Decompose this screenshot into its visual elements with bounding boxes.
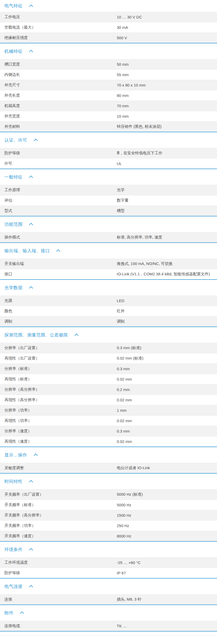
row-value: 8000 Hz (117, 534, 217, 538)
section-header[interactable]: 附件 (0, 605, 217, 621)
chevron-up-icon[interactable] (29, 50, 33, 54)
row-label: 接口 (0, 272, 117, 277)
table-row: 绝缘耐压强度 500 V (0, 32, 217, 43)
section-header[interactable]: 输出端、输入端、接口 (0, 243, 217, 258)
row-label: 分辨率（功率） (0, 408, 117, 413)
table-row: 防护等级 IP 67 (0, 568, 217, 578)
chevron-up-icon[interactable] (20, 612, 24, 616)
row-label: 再现性（标准） (0, 377, 117, 382)
section-title: 显示，操作 (4, 452, 27, 458)
row-label: 调制 (0, 319, 117, 324)
row-label: 外壳宽度 (0, 114, 117, 119)
row-value: 电位计或者 IO-Link (117, 466, 217, 470)
chevron-up-icon[interactable] (29, 223, 33, 227)
section-header[interactable]: 认证、许可 (0, 132, 217, 148)
row-label: 光源 (0, 298, 117, 303)
row-value: -25 … +60 °C (117, 560, 217, 565)
table-row: 工作环境温度 -25 … +60 °C (0, 557, 217, 568)
section-rows: 连接 插头, M8, 3 针 (0, 594, 217, 605)
row-value: 500 V (117, 36, 217, 40)
row-value: 调制 (117, 319, 217, 324)
row-label: 开关频率（高分辨率） (0, 513, 117, 518)
section-title: 机械特征 (4, 48, 23, 54)
row-label: 分辨率（高分辨率） (0, 387, 117, 392)
chevron-up-icon[interactable] (56, 249, 60, 254)
row-value: 0.3 mm (117, 429, 217, 433)
chevron-up-icon[interactable] (29, 480, 33, 484)
row-label: 型式 (0, 208, 117, 213)
row-value: IO-Link (V1.1，COM2 38.4 kBd, 智能传感器配置文件) (117, 272, 217, 277)
section-title: 环境条件 (4, 547, 23, 553)
row-label: 再现性（功率） (0, 418, 117, 423)
row-value: 70 x 80 x 10 mm (117, 83, 217, 87)
chevron-up-icon[interactable] (29, 176, 33, 180)
row-label: 再现性（高分辨率） (0, 397, 117, 402)
row-value: LED (117, 298, 217, 303)
row-value: 10 … 30 V DC (117, 15, 217, 19)
table-row: 分辨率（标准） 0.3 mm (0, 363, 217, 374)
section-header[interactable]: 电气特征 (0, 0, 217, 12)
chevron-up-icon[interactable] (33, 454, 38, 458)
row-value: 250 Hz (117, 523, 217, 528)
row-value: 1500 Hz (117, 513, 217, 517)
table-row: 操作模式 标准, 高分辨率, 功率, 速度 (0, 232, 217, 242)
section-header[interactable]: 光学数据 (0, 280, 217, 295)
section-header[interactable]: 机械特征 (0, 43, 217, 59)
section-header[interactable]: 环境条件 (0, 542, 217, 557)
row-value: Ⅲ，在安全特低电压下工作 (117, 151, 217, 156)
spec-section: 显示，操作 灵敏度调整 电位计或者 IO-Link (0, 447, 217, 474)
chevron-up-icon[interactable] (74, 334, 79, 338)
spec-section: 附件 连接电缆 TK … (0, 605, 217, 632)
bottom-divider (0, 635, 217, 636)
table-row: 工作原理 光学 (0, 185, 217, 195)
row-label: 再现性（速度） (0, 439, 117, 444)
spec-section: 探测范围、测量范围、公差极限 分辨率（出厂设置） 0.3 mm (标准) 再现性… (0, 327, 217, 447)
row-label: 连接 (0, 597, 117, 602)
section-rows: 操作模式 标准, 高分辨率, 功率, 速度 (0, 232, 217, 242)
chevron-up-icon[interactable] (29, 548, 33, 552)
section-header[interactable]: 电气连接 (0, 579, 217, 594)
table-row: 开关频率（标准） 5000 Hz (0, 500, 217, 510)
row-label: 空载电流（最大） (0, 25, 117, 30)
section-header[interactable]: 探测范围、测量范围、公差极限 (0, 327, 217, 343)
chevron-up-icon[interactable] (29, 585, 33, 589)
row-value: TK … (117, 624, 217, 628)
section-header[interactable]: 功能范围 (0, 216, 217, 232)
row-value: 5000 Hz (117, 503, 217, 507)
table-row: 连接 插头, M8, 3 针 (0, 594, 217, 605)
spec-section: 电气连接 连接 插头, M8, 3 针 (0, 579, 217, 605)
row-value: 标准, 高分辨率, 功率, 速度 (117, 235, 217, 240)
table-row: 颜色 红外 (0, 306, 217, 316)
section-rows: 工作电压 10 … 30 V DC 空载电流（最大） 30 mA 绝缘耐压强度 … (0, 12, 217, 43)
row-value: 槽型 (117, 208, 217, 213)
row-value: 80 mm (117, 93, 217, 98)
section-title: 电气特征 (4, 3, 23, 9)
row-value: 推挽式, 100 mA, NO/NC, 可切换 (117, 261, 217, 266)
table-row: 光源 LED (0, 295, 217, 306)
row-value: 0.02 mm (117, 377, 217, 381)
section-title: 探测范围、测量范围、公差极限 (4, 332, 68, 338)
table-row: 内侧边长 55 mm (0, 69, 217, 80)
table-row: 再现性（出厂设置） 0.02 mm (标准) (0, 353, 217, 363)
section-title: 认证、许可 (4, 137, 27, 143)
table-row: 开关频率（出厂设置） 5000 Hz (标准) (0, 489, 217, 500)
row-label: 开关频率（功率） (0, 523, 117, 528)
chevron-up-icon[interactable] (29, 4, 33, 9)
spec-section: 一般特征 工作原理 光学 评估 数字量 型式 槽型 (0, 169, 217, 216)
chevron-up-icon[interactable] (29, 286, 33, 290)
section-header[interactable]: 时间特性 (0, 474, 217, 489)
section-rows: 光源 LED 颜色 红外 调制 调制 (0, 295, 217, 327)
table-row: 防护等级 Ⅲ，在安全特低电压下工作 (0, 148, 217, 158)
section-title: 附件 (4, 610, 13, 616)
section-title: 输出端、输入端、接口 (4, 248, 50, 254)
section-rows: 连接电缆 TK … (0, 621, 217, 631)
row-value: 0.3 mm (标准) (117, 346, 217, 350)
table-row: 开关频率（速度） 8000 Hz (0, 531, 217, 541)
chevron-up-icon[interactable] (33, 139, 38, 143)
section-title: 功能范围 (4, 221, 23, 227)
row-value: 0.02 mm (117, 439, 217, 444)
section-header[interactable]: 一般特征 (0, 169, 217, 185)
section-rows: 开关输出端 推挽式, 100 mA, NO/NC, 可切换 接口 IO-Link… (0, 258, 217, 279)
section-header[interactable]: 显示，操作 (0, 447, 217, 463)
table-row: 空载电流（最大） 30 mA (0, 22, 217, 32)
